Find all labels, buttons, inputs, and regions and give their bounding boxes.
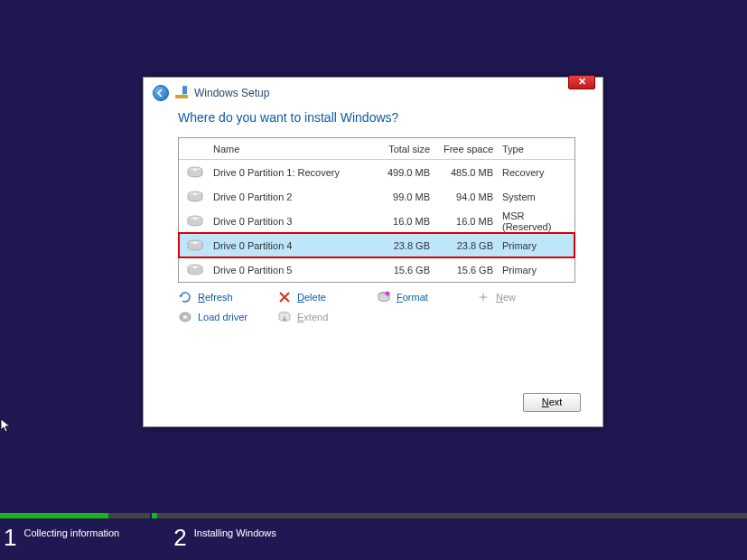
partition-free: 16.0 MB: [437, 216, 500, 227]
window-title: Windows Setup: [194, 87, 269, 99]
table-header: Name Total size Free space Type: [179, 138, 574, 160]
table-row[interactable]: Drive 0 Partition 299.0 MB94.0 MBSystem: [179, 184, 574, 209]
svg-rect-1: [175, 95, 188, 98]
new-icon: [476, 290, 490, 304]
next-button[interactable]: Next: [523, 393, 581, 412]
partition-table: Name Total size Free space Type Drive 0 …: [178, 137, 575, 283]
partition-free: 485.0 MB: [437, 167, 500, 178]
svg-point-15: [183, 315, 187, 318]
svg-point-11: [193, 266, 197, 268]
step-1-label: Collecting information: [23, 526, 119, 538]
partition-free: 23.8 GB: [437, 240, 500, 251]
partition-total: 16.0 MB: [374, 216, 437, 227]
step-1-number: 1: [4, 526, 16, 549]
next-rest: ext: [549, 397, 563, 407]
progress-seg-1-done: [0, 513, 108, 518]
table-row[interactable]: Drive 0 Partition 515.6 GB15.6 GBPrimary: [179, 257, 574, 282]
format-action[interactable]: Format: [377, 290, 476, 304]
table-row[interactable]: Drive 0 Partition 1: Recovery499.0 MB485…: [179, 160, 574, 184]
col-free: Free space: [437, 144, 500, 154]
partition-type: MSR (Reserved): [500, 210, 574, 232]
progress-seg-2-remaining: [157, 513, 747, 518]
step-2-number: 2: [173, 526, 186, 549]
back-button[interactable]: [153, 85, 169, 101]
extend-action: Extend: [277, 310, 377, 324]
mouse-cursor: [0, 418, 13, 434]
svg-point-3: [193, 169, 197, 171]
partition-type: Primary: [500, 240, 574, 251]
partition-type: System: [500, 191, 574, 202]
load-driver-action[interactable]: Load driver: [178, 310, 277, 324]
new-action: New: [476, 290, 575, 304]
partition-name: Drive 0 Partition 2: [211, 191, 374, 202]
progress-seg-1-remaining: [108, 513, 150, 518]
svg-point-7: [193, 218, 197, 219]
refresh-action[interactable]: Refresh: [178, 290, 277, 304]
partition-type: Recovery: [500, 167, 574, 178]
partition-free: 15.6 GB: [437, 265, 500, 275]
col-type: Type: [500, 144, 574, 154]
disk-icon: [179, 191, 211, 203]
format-icon: [377, 290, 391, 304]
partition-total: 99.0 MB: [374, 191, 437, 202]
step-2-label: Installing Windows: [194, 526, 276, 538]
disk-icon: [179, 264, 211, 276]
progress-bar: [0, 513, 747, 518]
partition-type: Primary: [500, 265, 574, 275]
progress-area: 1 Collecting information 2 Installing Wi…: [0, 513, 747, 560]
setup-dialog: ✕ Windows Setup Where do you want to ins…: [143, 77, 603, 427]
svg-point-9: [193, 242, 197, 244]
step-1: 1 Collecting information: [4, 526, 119, 549]
partition-total: 15.6 GB: [374, 265, 437, 275]
table-row[interactable]: Drive 0 Partition 423.8 GB23.8 GBPrimary: [179, 233, 574, 257]
partition-free: 94.0 MB: [437, 191, 500, 202]
load-driver-icon: [178, 310, 192, 324]
close-button[interactable]: ✕: [568, 75, 595, 89]
partition-name: Drive 0 Partition 5: [211, 265, 374, 275]
next-mnemonic: N: [542, 397, 549, 407]
page-heading: Where do you want to install Windows?: [178, 110, 568, 125]
delete-action[interactable]: Delete: [277, 290, 377, 304]
delete-icon: [277, 290, 292, 304]
actions-row: Refresh Delete Format New: [178, 290, 575, 324]
partition-total: 499.0 MB: [374, 167, 437, 178]
partition-total: 23.8 GB: [374, 240, 437, 251]
windows-setup-icon: [174, 86, 189, 100]
step-2: 2 Installing Windows: [173, 526, 276, 549]
extend-icon: [277, 310, 292, 324]
disk-icon: [179, 166, 211, 179]
col-name: Name: [211, 144, 374, 154]
table-row[interactable]: Drive 0 Partition 316.0 MB16.0 MBMSR (Re…: [179, 209, 574, 233]
partition-name: Drive 0 Partition 3: [211, 216, 374, 227]
load-driver-label: Load driver: [198, 312, 247, 322]
steps-row: 1 Collecting information 2 Installing Wi…: [0, 518, 747, 560]
col-total: Total size: [374, 144, 437, 154]
partition-name: Drive 0 Partition 4: [211, 240, 374, 251]
svg-point-13: [386, 292, 390, 296]
refresh-icon: [178, 290, 192, 304]
svg-rect-0: [182, 86, 187, 95]
disk-icon: [179, 239, 211, 252]
disk-icon: [179, 215, 211, 228]
titlebar: Windows Setup: [144, 78, 602, 105]
svg-point-5: [193, 193, 197, 195]
partition-name: Drive 0 Partition 1: Recovery: [211, 167, 374, 178]
